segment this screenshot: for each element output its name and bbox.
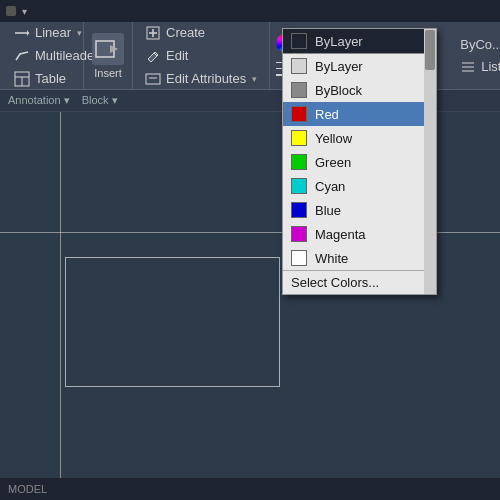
table-label: Table [35, 71, 66, 86]
dropdown-item-blue[interactable]: Blue [283, 198, 436, 222]
svg-marker-1 [27, 30, 29, 36]
table-button[interactable]: Table [10, 69, 77, 89]
swatch-bylayer [291, 58, 307, 74]
swatch-magenta [291, 226, 307, 242]
dropdown-item-green[interactable]: Green [283, 150, 436, 174]
label-cyan: Cyan [315, 179, 345, 194]
title-icon [6, 6, 16, 16]
select-colors-button[interactable]: Select Colors... [283, 270, 436, 294]
label-blue: Blue [315, 203, 341, 218]
status-text: MODEL [8, 483, 47, 495]
swatch-yellow [291, 130, 307, 146]
dropdown-item-byblock[interactable]: ByBlock [283, 78, 436, 102]
edit-label: Edit [166, 48, 188, 63]
label-byblock: ByBlock [315, 83, 362, 98]
label-bylayer: ByLayer [315, 59, 363, 74]
drawing-rectangle [65, 257, 280, 387]
crosshair-vertical [60, 112, 61, 500]
dropdown-item-magenta[interactable]: Magenta [283, 222, 436, 246]
label-white: White [315, 251, 348, 266]
dropdown-header: ByLayer [283, 29, 436, 54]
linear-button[interactable]: Linear ▾ [10, 23, 77, 43]
insert-icon [92, 33, 124, 65]
linear-arrow: ▾ [77, 28, 82, 38]
linear-icon [14, 25, 30, 41]
multileader-icon [14, 48, 30, 64]
list-label: List [481, 59, 500, 74]
dropdown-scrollbar-thumb [425, 30, 435, 70]
linear-group: Linear ▾ Multileader ▾ Table [4, 22, 84, 89]
create-icon [145, 25, 161, 41]
swatch-cyan [291, 178, 307, 194]
list-button[interactable]: List [456, 57, 500, 77]
list-icon [460, 59, 476, 75]
label-yellow: Yellow [315, 131, 352, 146]
right-icons-group: ByCo... List [450, 22, 500, 89]
label-green: Green [315, 155, 351, 170]
bottom-bar: MODEL [0, 478, 500, 500]
dropdown-item-white[interactable]: White [283, 246, 436, 270]
edit-attributes-button[interactable]: Edit Attributes ▾ [141, 69, 261, 89]
swatch-green [291, 154, 307, 170]
dropdown-item-cyan[interactable]: Cyan [283, 174, 436, 198]
insert-group[interactable]: Insert [84, 22, 133, 89]
dropdown-item-red[interactable]: Red [283, 102, 436, 126]
swatch-byblock [291, 82, 307, 98]
edit-icon [145, 48, 161, 64]
bycolor-label: ByCo... [460, 37, 500, 52]
swatch-red [291, 106, 307, 122]
edit-attributes-label: Edit Attributes [166, 71, 246, 86]
create-button[interactable]: Create [141, 23, 261, 43]
dropdown-item-bylayer[interactable]: ByLayer [283, 54, 436, 78]
edit-attributes-arrow: ▾ [252, 74, 257, 84]
label-red: Red [315, 107, 339, 122]
select-colors-label: Select Colors... [291, 275, 379, 290]
color-dropdown: ByLayer ByLayer ByBlock Red Yellow Green… [282, 28, 437, 295]
create-label: Create [166, 25, 205, 40]
title-arrow: ▾ [22, 6, 27, 17]
insert-label: Insert [94, 67, 122, 79]
bycolor-button[interactable]: ByCo... [456, 35, 500, 54]
swatch-blue [291, 202, 307, 218]
block-tab[interactable]: Block ▾ [82, 94, 118, 107]
dropdown-scrollbar[interactable] [424, 29, 436, 294]
table-icon [14, 71, 30, 87]
edit-group: Create Edit Edit Attributes ▾ [133, 22, 270, 89]
title-bar: ▾ [0, 0, 500, 22]
dropdown-item-yellow[interactable]: Yellow [283, 126, 436, 150]
linear-label: Linear [35, 25, 71, 40]
edit-button[interactable]: Edit [141, 46, 261, 66]
ribbon: Linear ▾ Multileader ▾ Table [0, 22, 500, 90]
multileader-button[interactable]: Multileader ▾ [10, 46, 77, 66]
swatch-white [291, 250, 307, 266]
annotation-tab[interactable]: Annotation ▾ [8, 94, 70, 107]
svg-rect-11 [146, 74, 160, 84]
edit-attributes-icon [145, 71, 161, 87]
label-magenta: Magenta [315, 227, 366, 242]
